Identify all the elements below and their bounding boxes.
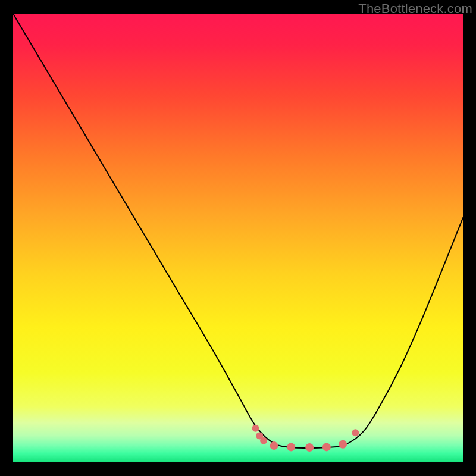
curve-marker [339,440,347,449]
watermark-text: TheBottleneck.com [358,1,472,17]
curve-marker [305,443,314,452]
curve-marker [322,443,331,451]
chart-svg-layer [13,14,463,462]
curve-marker [270,441,278,450]
curve-marker [260,437,267,444]
chart-frame: TheBottleneck.com [0,0,476,476]
bottleneck-curve [13,14,463,448]
curve-marker [252,425,259,432]
curve-marker [287,443,295,451]
curve-marker [352,429,359,436]
